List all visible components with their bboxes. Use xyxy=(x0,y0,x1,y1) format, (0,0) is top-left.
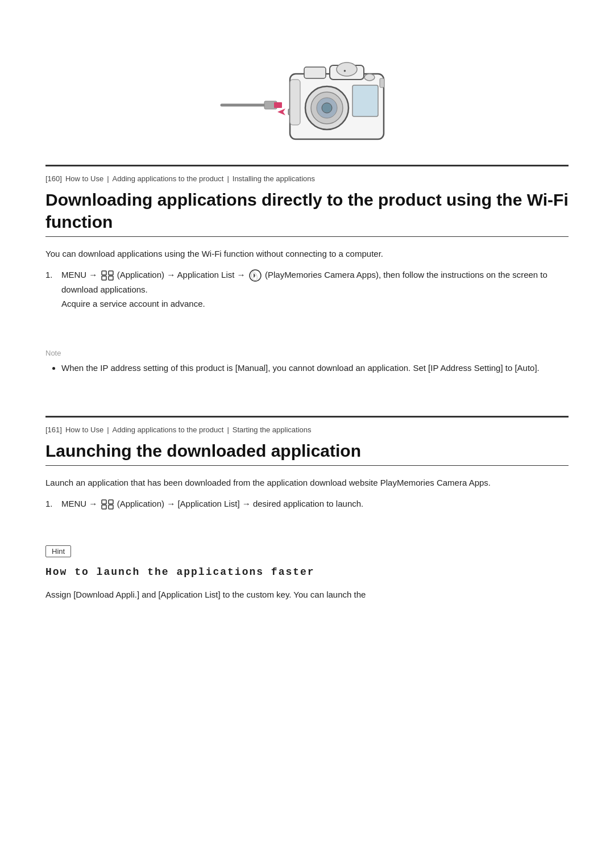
breadcrumb2-sep1: | xyxy=(107,425,109,434)
list-item: 1. MENU → (Application) → Application Li… xyxy=(45,268,569,311)
hint-box: Hint xyxy=(45,545,71,557)
breadcrumb-nav3: Installing the applications xyxy=(233,174,315,183)
svg-rect-24 xyxy=(109,500,113,504)
svg-rect-21 xyxy=(109,276,113,280)
svg-point-5 xyxy=(337,62,357,76)
svg-marker-14 xyxy=(277,108,285,115)
application-icon-2 xyxy=(101,499,114,510)
section2-body: Launch an application that has been down… xyxy=(45,476,569,490)
svg-rect-19 xyxy=(109,271,113,275)
section1-body: You can download applications using the … xyxy=(45,247,569,261)
section1-title-divider xyxy=(45,236,569,237)
list2-text-after-icon1: (Application) → [Application List] → des… xyxy=(117,499,364,508)
camera-illustration-area: ● xyxy=(45,0,569,165)
svg-rect-17 xyxy=(380,78,384,87)
svg-rect-18 xyxy=(102,271,106,275)
list2-text-before-icon1: MENU → xyxy=(61,499,100,508)
hint-title: How to launch the applications faster xyxy=(45,566,569,578)
section2-top-divider xyxy=(45,416,569,418)
svg-rect-12 xyxy=(352,85,378,116)
svg-point-15 xyxy=(364,74,375,81)
section1-note-label: Note xyxy=(45,349,569,357)
note-bullet-text: When the IP address setting of this prod… xyxy=(61,363,540,373)
section1-top-divider xyxy=(45,165,569,166)
list-item-2: 1. MENU → (Application) → [Application L… xyxy=(45,496,569,511)
svg-rect-26 xyxy=(109,505,113,509)
breadcrumb-nav1: How to Use xyxy=(65,174,103,183)
camera-illustration: ● xyxy=(216,23,398,148)
note-bullet-item: When the IP address setting of this prod… xyxy=(61,361,569,375)
breadcrumb-sep2: | xyxy=(227,174,229,183)
section1-list: 1. MENU → (Application) → Application Li… xyxy=(45,268,569,311)
section2-breadcrumb: [161] How to Use | Adding applications t… xyxy=(45,425,569,434)
playmemories-icon xyxy=(249,269,262,282)
list-note-line: Acquire a service account in advance. xyxy=(61,299,205,308)
svg-rect-16 xyxy=(290,80,300,125)
list-num: 1. xyxy=(45,268,61,282)
svg-rect-20 xyxy=(102,276,106,280)
breadcrumb2-nav3: Starting the applications xyxy=(233,425,312,434)
gap2 xyxy=(45,382,569,399)
svg-rect-25 xyxy=(102,505,106,509)
list-text-after-icon1: (Application) → Application List → xyxy=(117,270,248,279)
svg-rect-7 xyxy=(304,67,326,78)
breadcrumb2-nav2: Adding applications to the product xyxy=(113,425,224,434)
breadcrumb-nav2: Adding applications to the product xyxy=(113,174,224,183)
gap3 xyxy=(45,399,569,416)
list-num-2: 1. xyxy=(45,496,61,511)
breadcrumb2-page-num: [161] xyxy=(45,425,62,434)
breadcrumb2-nav1: How to Use xyxy=(65,425,103,434)
svg-rect-2 xyxy=(274,102,282,108)
svg-point-11 xyxy=(322,103,332,113)
section2-list: 1. MENU → (Application) → [Application L… xyxy=(45,496,569,511)
section1-title: Downloading applications directly to the… xyxy=(45,189,569,233)
section1-note-list: When the IP address setting of this prod… xyxy=(45,361,569,375)
svg-rect-23 xyxy=(102,500,106,504)
hint-body: Assign [Download Appli.] and [Applicatio… xyxy=(45,588,569,602)
breadcrumb2-sep2: | xyxy=(227,425,229,434)
breadcrumb-page-num: [160] xyxy=(45,174,62,183)
section2-title-divider xyxy=(45,465,569,466)
breadcrumb-sep1: | xyxy=(107,174,109,183)
list-content: MENU → (Application) → Application List … xyxy=(61,268,569,311)
application-icon xyxy=(101,270,114,281)
gap1 xyxy=(45,318,569,335)
list-content-2: MENU → (Application) → [Application List… xyxy=(61,496,569,511)
section2-title: Launching the downloaded application xyxy=(45,440,569,462)
svg-text:●: ● xyxy=(343,68,346,73)
list-text-before-icon1: MENU → xyxy=(61,270,100,279)
page: ● xyxy=(0,0,614,868)
gap4 xyxy=(45,518,569,535)
section1-breadcrumb: [160] How to Use | Adding applications t… xyxy=(45,174,569,183)
